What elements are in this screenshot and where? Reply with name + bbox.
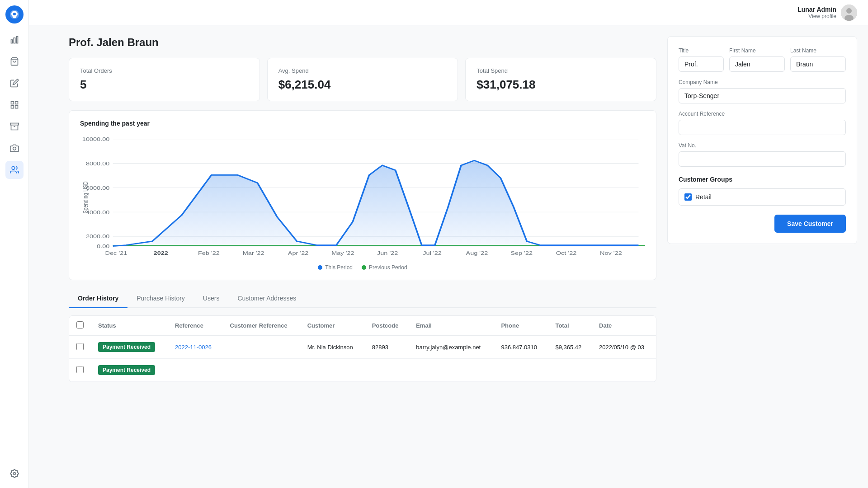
stats-row: Total Orders 5 Avg. Spend $6,215.04 Tota… (69, 58, 656, 101)
this-period-label: This Period (325, 264, 353, 271)
svg-text:Spending USD: Spending USD (82, 181, 90, 213)
main-content: Prof. Jalen Braun Total Orders 5 Avg. Sp… (58, 25, 868, 488)
svg-text:Jul '22: Jul '22 (423, 250, 442, 256)
svg-text:Dec '21: Dec '21 (105, 250, 127, 256)
retail-label[interactable]: Retail (695, 193, 712, 201)
svg-text:Apr '22: Apr '22 (288, 250, 309, 256)
tab-users[interactable]: Users (194, 289, 229, 308)
first-name-group: First Name (729, 47, 785, 72)
svg-text:Aug '22: Aug '22 (466, 250, 488, 256)
vat-no-label: Vat No. (679, 142, 846, 149)
email-cell: barry.jalyn@example.net (409, 336, 494, 359)
vat-no-input[interactable] (679, 151, 846, 167)
spending-chart: 10000.00 8000.00 6000.00 4000.00 2000.00… (80, 134, 645, 261)
legend-this-period: This Period (318, 264, 353, 271)
svg-text:10000.00: 10000.00 (82, 136, 110, 142)
retail-group-checkbox: Retail (679, 188, 846, 206)
avg-spend-label: Avg. Spend (278, 67, 447, 74)
avg-spend-value: $6,215.04 (278, 78, 447, 92)
avatar (841, 5, 857, 21)
svg-rect-8 (11, 106, 14, 108)
svg-rect-7 (15, 102, 18, 104)
right-panel: Title First Name Last Name Company Name (667, 36, 857, 477)
sidebar-item-chart[interactable] (5, 31, 24, 49)
legend-previous-period: Previous Period (362, 264, 407, 271)
sidebar-item-shopping[interactable] (5, 52, 24, 70)
svg-rect-6 (11, 102, 14, 104)
previous-period-label: Previous Period (369, 264, 407, 271)
row-checkbox-2[interactable] (76, 366, 84, 373)
svg-rect-10 (10, 123, 18, 125)
last-name-group: Last Name (790, 47, 846, 72)
chart-legend: This Period Previous Period (80, 264, 645, 271)
sidebar-item-grid[interactable] (5, 96, 24, 114)
user-info[interactable]: Lunar Admin View profile (797, 5, 857, 21)
svg-text:Sep '22: Sep '22 (510, 250, 533, 256)
app-logo[interactable] (5, 5, 24, 23)
col-status: Status (91, 316, 168, 336)
topbar: Lunar Admin View profile (29, 0, 868, 25)
company-name-input[interactable] (679, 88, 846, 103)
svg-point-13 (12, 167, 15, 170)
chart-card: Spending the past year 10000.00 8000.00 … (69, 110, 656, 280)
svg-text:0.00: 0.00 (97, 244, 109, 249)
vat-no-group: Vat No. (679, 142, 846, 167)
svg-rect-4 (16, 37, 18, 43)
svg-point-16 (846, 8, 852, 14)
sidebar-item-users[interactable] (5, 161, 24, 179)
postcode-cell: 82893 (365, 336, 409, 359)
svg-point-14 (13, 473, 15, 475)
account-reference-input[interactable] (679, 120, 846, 135)
first-name-label: First Name (729, 47, 785, 54)
svg-text:2000.00: 2000.00 (86, 234, 110, 239)
table-row: Payment Received (69, 359, 656, 382)
svg-text:Feb '22: Feb '22 (198, 250, 220, 256)
col-phone: Phone (494, 316, 548, 336)
svg-rect-9 (15, 106, 18, 108)
total-orders-label: Total Orders (80, 67, 249, 74)
col-customer-reference: Customer Reference (223, 316, 300, 336)
tab-purchase-history[interactable]: Purchase History (127, 289, 194, 308)
company-name-group: Company Name (679, 79, 846, 103)
date-cell: 2022/05/10 @ 03 (592, 336, 656, 359)
user-name: Lunar Admin (797, 6, 836, 13)
order-history-table: Status Reference Customer Reference Cust… (69, 315, 656, 382)
customer-groups-title: Customer Groups (679, 176, 846, 183)
status-badge-2: Payment Received (98, 365, 155, 375)
chart-title: Spending the past year (80, 120, 645, 127)
previous-period-dot (362, 265, 366, 270)
retail-checkbox[interactable] (684, 193, 692, 201)
col-reference: Reference (168, 316, 223, 336)
svg-rect-3 (14, 38, 15, 43)
select-all-checkbox[interactable] (76, 321, 84, 328)
sidebar-item-edit[interactable] (5, 74, 24, 92)
row-checkbox[interactable] (76, 343, 84, 350)
title-input[interactable] (679, 56, 724, 72)
tab-customer-addresses[interactable]: Customer Addresses (228, 289, 305, 308)
sidebar-item-camera[interactable] (5, 139, 24, 157)
col-total: Total (548, 316, 592, 336)
reference-link[interactable]: 2022-11-0026 (175, 344, 212, 351)
company-name-label: Company Name (679, 79, 846, 85)
sidebar-item-archive[interactable] (5, 117, 24, 136)
save-customer-button[interactable]: Save Customer (774, 215, 846, 233)
total-cell: $9,365.42 (548, 336, 592, 359)
last-name-input[interactable] (790, 56, 846, 72)
col-email: Email (409, 316, 494, 336)
total-spend-value: $31,075.18 (476, 78, 645, 92)
sidebar-item-settings[interactable] (5, 465, 24, 483)
total-orders-card: Total Orders 5 (69, 58, 260, 101)
svg-text:Jun '22: Jun '22 (377, 250, 398, 256)
tab-order-history[interactable]: Order History (69, 289, 127, 308)
total-orders-value: 5 (80, 78, 249, 92)
table-row: Payment Received 2022-11-0026 Mr. Nia Di… (69, 336, 656, 359)
total-spend-card: Total Spend $31,075.18 (465, 58, 656, 101)
svg-text:May '22: May '22 (331, 250, 354, 256)
col-customer: Customer (300, 316, 365, 336)
title-label: Title (679, 47, 724, 54)
svg-text:Oct '22: Oct '22 (556, 250, 577, 256)
first-name-input[interactable] (729, 56, 785, 72)
view-profile-link[interactable]: View profile (797, 13, 836, 19)
col-postcode: Postcode (365, 316, 409, 336)
svg-text:Nov '22: Nov '22 (600, 250, 622, 256)
